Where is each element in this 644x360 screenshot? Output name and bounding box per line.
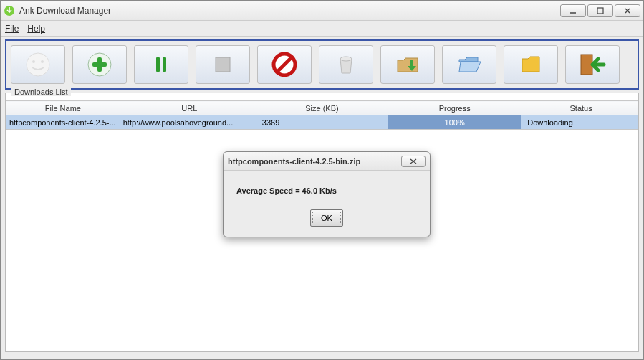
stop-button[interactable]: [196, 45, 250, 84]
menu-file[interactable]: File: [5, 24, 19, 34]
toolbar: [5, 39, 639, 90]
smile-button[interactable]: [11, 45, 65, 84]
stop-icon: [208, 50, 237, 79]
maximize-button[interactable]: [587, 4, 613, 17]
exit-button[interactable]: [565, 45, 620, 84]
open-folder-icon: [455, 50, 484, 79]
svg-rect-2: [597, 8, 603, 14]
export-folder-button[interactable]: [504, 45, 558, 84]
downloads-table: File Name URL Size (KB) Progress Status …: [6, 100, 638, 130]
window-controls: [560, 4, 640, 17]
svg-point-3: [27, 53, 49, 76]
svg-rect-8: [92, 62, 107, 67]
col-progress[interactable]: Progress: [385, 101, 524, 115]
col-size[interactable]: Size (KB): [259, 101, 385, 115]
col-status[interactable]: Status: [524, 101, 638, 115]
progress-bar: 100%: [388, 115, 521, 129]
cancel-button[interactable]: [257, 45, 312, 84]
smile-icon: [24, 50, 52, 79]
window-title: Ank Download Manager: [19, 6, 560, 16]
download-folder-icon: [393, 50, 422, 79]
svg-point-4: [32, 60, 35, 63]
svg-rect-11: [216, 57, 230, 72]
table-header-row: File Name URL Size (KB) Progress Status: [6, 101, 638, 115]
cell-size: 3369: [259, 115, 385, 130]
speed-dialog: httpcomponents-client-4.2.5-bin.zip Aver…: [223, 151, 431, 237]
pause-icon: [147, 50, 176, 79]
dialog-message: Average Speed = 46.0 Kb/s: [236, 186, 417, 195]
cell-url: http://www.poolsaboveground...: [120, 115, 259, 130]
app-icon: [4, 5, 15, 16]
dialog-titlebar: httpcomponents-client-4.2.5-bin.zip: [224, 152, 430, 171]
col-file[interactable]: File Name: [6, 101, 120, 115]
svg-point-5: [41, 60, 44, 63]
close-button[interactable]: [615, 4, 640, 17]
download-folder-button[interactable]: [380, 45, 435, 84]
svg-rect-9: [156, 57, 160, 72]
export-folder-icon: [516, 50, 545, 79]
col-url[interactable]: URL: [120, 101, 259, 115]
trash-icon: [332, 50, 360, 79]
cell-status: Downloading: [524, 115, 638, 130]
add-button[interactable]: [72, 45, 127, 84]
progress-text: 100%: [388, 115, 521, 129]
cell-file: httpcomponents-client-4.2.5-...: [6, 115, 120, 130]
menu-help[interactable]: Help: [27, 24, 45, 34]
svg-rect-10: [163, 57, 166, 72]
cancel-icon: [270, 50, 299, 79]
exit-icon: [577, 50, 608, 79]
main-window: Ank Download Manager File Help: [0, 0, 644, 360]
titlebar: Ank Download Manager: [1, 1, 643, 21]
cell-progress: 100%: [385, 115, 524, 130]
dialog-body: Average Speed = 46.0 Kb/s OK: [224, 171, 430, 237]
minimize-button[interactable]: [560, 4, 586, 17]
open-folder-button[interactable]: [442, 45, 496, 84]
add-icon: [85, 50, 114, 79]
dialog-title: httpcomponents-client-4.2.5-bin.zip: [228, 157, 401, 166]
downloads-group-label: Downloads List: [11, 87, 71, 96]
table-row[interactable]: httpcomponents-client-4.2.5-... http://w…: [6, 115, 638, 130]
trash-button[interactable]: [319, 45, 373, 84]
menubar: File Help: [1, 21, 643, 37]
dialog-ok-button[interactable]: OK: [310, 209, 343, 227]
pause-button[interactable]: [134, 45, 188, 84]
dialog-close-button[interactable]: [401, 156, 426, 167]
svg-point-14: [340, 57, 352, 61]
